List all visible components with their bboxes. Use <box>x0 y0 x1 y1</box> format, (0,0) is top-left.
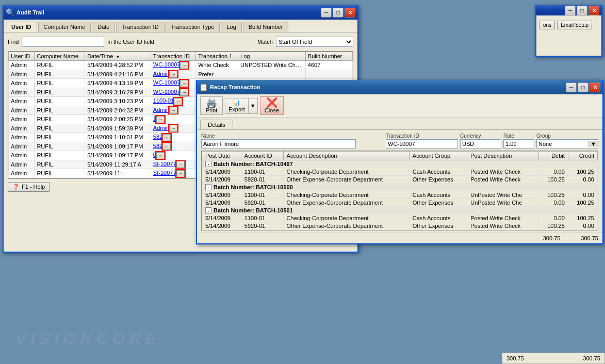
col-account-id[interactable]: Account ID <box>241 152 283 160</box>
right-panel-window: ─ □ ✕ ons Email Setup <box>535 5 602 57</box>
tab-date[interactable]: Date <box>92 22 115 32</box>
dots-button[interactable]: ··· <box>176 170 185 177</box>
col-log[interactable]: Log <box>238 52 306 61</box>
audit-table-row[interactable]: AdminRUFIL5/14/2009 4:21:16 PMAdmin···Pr… <box>9 70 353 79</box>
export-dropdown-button[interactable]: ▼ <box>248 98 257 113</box>
tab-computer-name[interactable]: Computer Name <box>38 22 91 32</box>
audit-trail-icon: 🔍 <box>6 8 14 16</box>
export-main-button[interactable]: 📊 Export <box>225 98 248 113</box>
trans-id-link[interactable]: SI-10077 <box>153 170 176 176</box>
trans-id-link[interactable]: Admin <box>153 107 169 113</box>
tab-transaction-id[interactable]: Transaction ID <box>116 22 164 32</box>
tab-transaction-type[interactable]: Transaction Type <box>166 22 220 32</box>
dots-button[interactable]: ··· <box>180 62 188 69</box>
group-dropdown-button[interactable]: ▼ <box>588 141 598 147</box>
trans-id-link[interactable]: 582 <box>153 134 162 140</box>
print-button[interactable]: 🖨️ Print <box>200 96 223 115</box>
col-credit[interactable]: Credit <box>568 152 597 160</box>
batch-header-row: -Batch Number: BATCH-10501 <box>202 207 598 214</box>
dots-button[interactable]: ··· <box>176 161 185 168</box>
tab-user-id[interactable]: User ID <box>6 22 37 32</box>
col-account-desc[interactable]: Account Description <box>283 152 409 160</box>
col-computer-name[interactable]: Computer Name <box>35 52 85 61</box>
recap-tab-bar: Details <box>197 118 602 130</box>
rp-close-button[interactable]: ✕ <box>588 6 599 15</box>
sort-arrow-datetime: ▼ <box>116 55 120 59</box>
recap-title-bar: 📋 Recap Transaction ─ □ ✕ <box>197 80 602 94</box>
close-label: Close <box>265 107 279 113</box>
audit-help-label: F1 - Help <box>22 184 45 190</box>
recap-minimize-button[interactable]: ─ <box>566 82 577 92</box>
audit-table-row[interactable]: AdminRUFIL5/14/2009 4:28:52 PMWC-10007··… <box>9 61 353 70</box>
batch-expand-button[interactable]: - <box>205 184 211 190</box>
col-user-id[interactable]: User ID <box>9 52 35 61</box>
col-account-group[interactable]: Account Group <box>409 152 467 160</box>
rp-minimize-button[interactable]: ─ <box>565 6 576 15</box>
group-field-group: Group None ▼ <box>536 133 598 148</box>
dots-button[interactable]: ··· <box>162 134 171 141</box>
details-tab[interactable]: Details <box>200 120 233 129</box>
tab-build-number[interactable]: Build Number <box>243 22 289 32</box>
trans-id-link[interactable]: 1100-01 <box>153 97 174 104</box>
col-trans-id[interactable]: Transaction ID <box>151 52 195 61</box>
recap-table-wrap: Post Date Account ID Account Description… <box>201 151 598 230</box>
currency-label: Currency <box>460 133 501 139</box>
batch-header-row: -Batch Number: BATCH-10497 <box>202 160 598 168</box>
export-icon: 📊 <box>233 100 240 106</box>
col-build[interactable]: Build Number <box>305 52 352 61</box>
dots-button[interactable]: ··· <box>174 98 182 105</box>
dots-button[interactable]: ··· <box>169 71 177 78</box>
trans-id-link[interactable]: SI-10077 <box>153 161 176 167</box>
find-row: Find in the User ID field Match Start Of… <box>4 32 357 51</box>
print-icon: 🖨️ <box>206 98 217 107</box>
rp-email-setup-button[interactable]: Email Setup <box>557 21 592 29</box>
audit-maximize-button[interactable]: □ <box>333 8 344 18</box>
rp-maximize-button[interactable]: □ <box>577 6 587 15</box>
col-trans1[interactable]: Transaction 1 <box>196 52 238 61</box>
audit-close-button[interactable]: ✕ <box>345 8 355 18</box>
rp-options-button[interactable]: ons <box>539 21 555 29</box>
recap-close-button[interactable]: ✕ <box>590 82 600 92</box>
dots-button[interactable]: ··· <box>180 80 188 87</box>
trans-id-link[interactable]: WC-10007 <box>153 79 181 86</box>
trans-id-value: WC-10007 <box>386 139 458 148</box>
trans-id-field-group: Transaction ID WC-10007 <box>386 133 458 148</box>
dots-button[interactable]: ··· <box>156 152 165 159</box>
help-icon: ❓ <box>12 184 20 190</box>
trans-id-link[interactable]: WC-10007 <box>153 61 181 68</box>
match-select[interactable]: Start Of Field Any Part Of Field Exactly… <box>276 37 353 47</box>
batch-expand-button[interactable]: - <box>205 161 211 167</box>
audit-help-button[interactable]: ❓ F1 - Help <box>8 182 50 192</box>
right-panel-controls: ─ □ ✕ <box>565 6 599 15</box>
col-post-date[interactable]: Post Date <box>202 152 241 160</box>
col-post-desc[interactable]: Post Description <box>467 152 538 160</box>
recap-table-row: 5/14/20095920-01Other Expense-Corporate … <box>202 199 598 207</box>
trans-id-link[interactable]: 582 <box>153 143 162 149</box>
group-label: Group <box>536 133 598 139</box>
credit-total: 300.75 <box>581 235 598 241</box>
trans-id-link[interactable]: Admin <box>153 71 169 77</box>
dots-button[interactable]: ··· <box>162 143 171 150</box>
find-input[interactable] <box>22 37 104 47</box>
export-label: Export <box>228 106 245 112</box>
recap-table-row: 5/14/20091100-01Checking-Corporate Depar… <box>202 214 598 222</box>
name-value: Aaron Filmore <box>201 139 356 148</box>
close-button[interactable]: ❌ Close <box>260 96 284 115</box>
batch-expand-button[interactable]: - <box>205 207 211 213</box>
trans-id-link[interactable]: Admin <box>153 125 169 131</box>
col-debit[interactable]: Debit <box>538 152 568 160</box>
export-button-split: 📊 Export ▼ <box>225 98 258 114</box>
recap-maximize-button[interactable]: □ <box>578 82 588 92</box>
trans-id-link[interactable]: WC-10007 <box>153 89 181 95</box>
col-datetime[interactable]: Date/Time ▼ <box>85 52 151 61</box>
dots-button[interactable]: ··· <box>180 89 188 96</box>
status-credit: 300.75 <box>583 355 600 361</box>
dots-button[interactable]: ··· <box>169 107 177 114</box>
recap-icon: 📋 <box>199 83 208 91</box>
recap-table-row: 5/14/20091100-01Checking-Corporate Depar… <box>202 168 598 176</box>
dots-button[interactable]: ··· <box>169 125 177 132</box>
tab-log[interactable]: Log <box>221 22 241 32</box>
audit-minimize-button[interactable]: ─ <box>321 8 332 18</box>
dots-button[interactable]: ··· <box>156 116 165 123</box>
find-label: Find <box>8 39 19 45</box>
